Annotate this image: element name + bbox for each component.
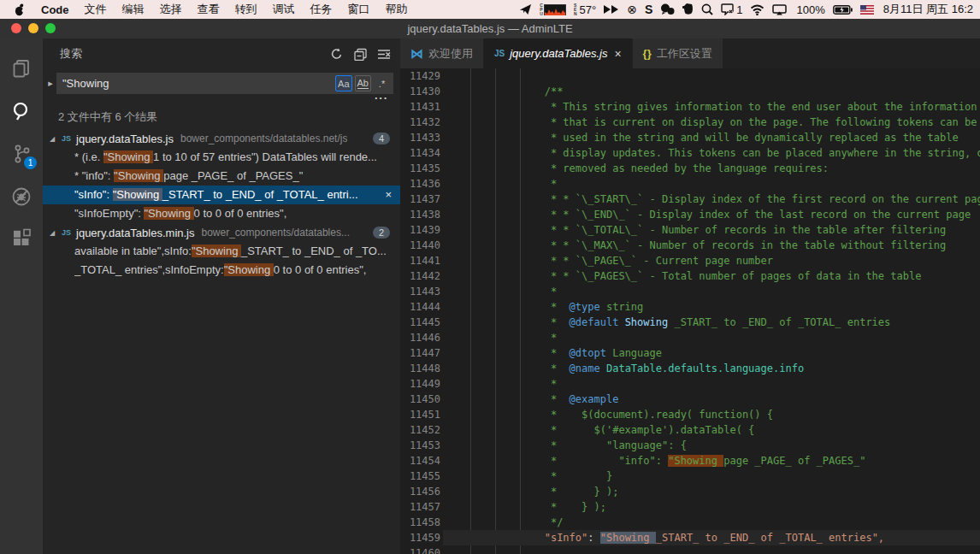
files-icon xyxy=(10,57,32,80)
minimize-window-button[interactable] xyxy=(28,23,38,33)
search-match-row[interactable]: * "info": "Showing page _PAGE_ of _PAGES… xyxy=(43,167,400,186)
notification-bubble[interactable]: 1 xyxy=(721,3,742,16)
airplay-icon[interactable] xyxy=(772,3,787,16)
evernote-icon[interactable] xyxy=(682,3,694,16)
window-titlebar[interactable]: jquery.dataTables.js — AdminLTE xyxy=(0,19,980,38)
match-pre: "sInfoEmpty": xyxy=(74,207,144,220)
regex-toggle[interactable]: .* xyxy=(374,75,390,91)
code-line[interactable]: 11433 * used in the string and will be d… xyxy=(400,130,980,145)
menubar-clock[interactable]: 8月11日 周五 16:2 xyxy=(882,2,973,17)
code-line[interactable]: 11449 * xyxy=(400,376,980,392)
search-match-row[interactable]: available in table",sInfo:"Showing _STAR… xyxy=(43,242,400,261)
code-line[interactable]: 11444 * @type string xyxy=(400,299,980,315)
menu-view[interactable]: 查看 xyxy=(190,2,227,17)
refresh-icon[interactable] xyxy=(328,46,344,62)
code-line[interactable]: 11446 * xyxy=(400,330,980,345)
code-segment: "Showing xyxy=(668,455,723,467)
code-line[interactable]: 11451 * $(document).ready( function() { xyxy=(400,407,980,422)
menu-edit[interactable]: 编辑 xyxy=(115,2,152,17)
toggle-replace-chevron[interactable]: ▸ xyxy=(44,78,56,89)
activity-search[interactable] xyxy=(0,90,43,133)
menu-file[interactable]: 文件 xyxy=(77,2,115,17)
menu-go[interactable]: 转到 xyxy=(227,2,265,17)
code-line[interactable]: 11445 * @default Showing _START_ to _END… xyxy=(400,315,980,330)
zoom-window-button[interactable] xyxy=(45,23,56,33)
code-line[interactable]: 11432 * that is current on display on th… xyxy=(400,115,980,130)
wifi-icon[interactable] xyxy=(750,3,765,16)
code-segment: * removed as needed by the language requ… xyxy=(470,162,829,174)
code-editor[interactable]: 1142911430 /**11431 * This string gives … xyxy=(400,68,980,554)
telegram-icon[interactable] xyxy=(519,3,532,16)
code-line[interactable]: 11438 * * `\_END\_` - Display index of t… xyxy=(400,207,980,222)
menu-selection[interactable]: 选择 xyxy=(152,2,190,17)
close-tab-icon[interactable]: × xyxy=(614,47,621,61)
match-case-toggle[interactable]: Aa xyxy=(335,75,351,91)
cancel-circle-icon[interactable]: ⊗ xyxy=(627,3,637,16)
wechat-icon[interactable] xyxy=(660,3,675,16)
s-app-icon[interactable]: S xyxy=(645,3,652,16)
search-match-row[interactable]: _TOTAL_ entries",sInfoEmpty:"Showing 0 t… xyxy=(43,261,400,280)
code-line[interactable]: 11456 * } ); xyxy=(400,484,980,499)
code-line[interactable]: 11457 * } ); xyxy=(400,499,980,515)
code-line[interactable]: 11437 * * `\_START\_` - Display index of… xyxy=(400,192,980,207)
tab-welcome[interactable]: ⋈ 欢迎使用 xyxy=(400,38,483,68)
code-line[interactable]: 11447 * @dtopt Language xyxy=(400,345,980,361)
code-line[interactable]: 11458 */ xyxy=(400,515,980,530)
code-line[interactable]: 11455 * } xyxy=(400,469,980,484)
spotlight-icon[interactable] xyxy=(701,3,713,16)
code-line[interactable]: 11453 * "language": { xyxy=(400,438,980,453)
result-file-row[interactable]: ◢JSjquery.dataTables.jsbower_components/… xyxy=(43,129,400,148)
whole-word-toggle[interactable]: Ab xyxy=(355,75,371,91)
search-match-row[interactable]: "sInfoEmpty": "Showing 0 to 0 of 0 entri… xyxy=(43,204,400,223)
menu-help[interactable]: 帮助 xyxy=(378,2,416,17)
activity-extensions[interactable] xyxy=(0,218,43,261)
close-window-button[interactable] xyxy=(11,23,21,33)
sensor-temp[interactable]: SEN 57° xyxy=(574,3,596,16)
menu-app[interactable]: Code xyxy=(33,3,77,16)
activity-debug[interactable] xyxy=(0,175,43,218)
code-line[interactable]: 11434 * display updates. This tokens can… xyxy=(400,145,980,161)
menu-tasks[interactable]: 任务 xyxy=(303,2,340,17)
code-line[interactable]: 11435 * removed as needed by the languag… xyxy=(400,161,980,176)
result-file-row[interactable]: ◢JSjquery.dataTables.min.jsbower_compone… xyxy=(43,223,400,242)
window-title: jquery.dataTables.js — AdminLTE xyxy=(407,22,572,35)
activity-explorer[interactable] xyxy=(0,47,43,90)
search-toggles: Aa Ab .* xyxy=(335,75,390,91)
collapse-all-icon[interactable] xyxy=(352,46,368,62)
activity-source-control[interactable]: 1 xyxy=(0,133,43,175)
code-line[interactable]: 11450 * @example xyxy=(400,392,980,407)
code-line[interactable]: 11431 * This string gives information to… xyxy=(400,99,980,115)
clear-search-results-icon[interactable] xyxy=(376,46,392,62)
line-number: 11450 xyxy=(400,392,440,407)
dismiss-match-icon[interactable]: × xyxy=(378,186,392,204)
speed-icon[interactable] xyxy=(604,3,619,16)
code-line[interactable]: 11441 * * `\_PAGE\_` - Current page numb… xyxy=(400,253,980,268)
search-match-row[interactable]: * (i.e. "Showing 1 to 10 of 57 entries")… xyxy=(43,148,400,167)
twisty-icon[interactable]: ◢ xyxy=(50,135,60,143)
code-line[interactable]: 11460 xyxy=(400,545,980,554)
search-details-button[interactable]: ··· xyxy=(43,94,400,104)
code-line[interactable]: 11429 xyxy=(400,68,980,84)
code-line[interactable]: 11436 * xyxy=(400,176,980,192)
code-line[interactable]: 11452 * $('#example').dataTable( { xyxy=(400,422,980,438)
code-line[interactable]: 11443 * xyxy=(400,284,980,299)
search-match-row[interactable]: "sInfo": "Showing _START_ to _END_ of _T… xyxy=(43,186,400,204)
battery-icon[interactable] xyxy=(833,3,853,16)
code-line[interactable]: 11454 * "info": "Showing page _PAGE_ of … xyxy=(400,453,980,469)
code-line[interactable]: 11442 * * `\_PAGES\_` - Total number of … xyxy=(400,268,980,284)
twisty-icon[interactable]: ◢ xyxy=(50,229,60,237)
tab-workspace-settings[interactable]: {} 工作区设置 xyxy=(633,38,723,68)
code-line[interactable]: 11440 * * `\_MAX\_` - Number of records … xyxy=(400,238,980,253)
tab-jquery-datatables[interactable]: JS jquery.dataTables.js × xyxy=(484,38,632,68)
match-text: available in table",sInfo:"Showing _STAR… xyxy=(74,242,387,261)
code-line[interactable]: 11430 /** xyxy=(400,84,980,99)
code-line[interactable]: 11448 * @name DataTable.defaults.languag… xyxy=(400,361,980,376)
apple-menu[interactable] xyxy=(12,3,33,16)
code-segment: @name xyxy=(570,362,600,374)
code-line[interactable]: 11439 * * `\_TOTAL\_` - Number of record… xyxy=(400,222,980,238)
menu-debug[interactable]: 调试 xyxy=(265,2,303,17)
us-flag-icon[interactable] xyxy=(860,3,874,16)
code-line[interactable]: 11459 "sInfo": "Showing _START_ to _END_… xyxy=(400,530,980,545)
menu-window[interactable]: 窗口 xyxy=(340,2,378,17)
cpu-meter[interactable]: CPU xyxy=(540,3,566,16)
